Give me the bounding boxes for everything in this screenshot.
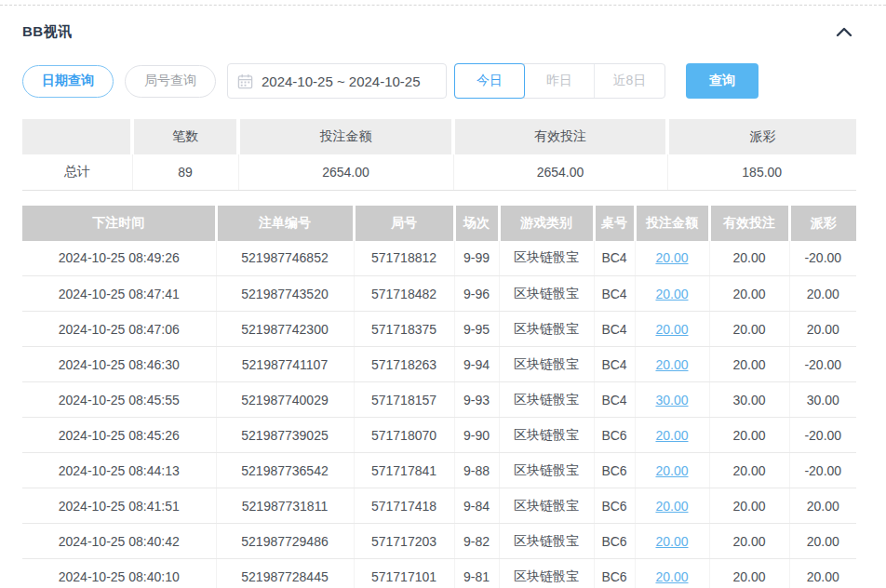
cell-game-type: 区块链骰宝 bbox=[499, 488, 594, 524]
col-header-payout: 派彩 bbox=[667, 119, 856, 154]
cell-game-type: 区块链骰宝 bbox=[499, 382, 594, 418]
quick-range-yesterday[interactable]: 昨日 bbox=[525, 64, 595, 98]
bet-amount-link[interactable]: 20.00 bbox=[655, 250, 688, 265]
cell-valid-bet: 20.00 bbox=[709, 241, 789, 276]
cell-table-number: BC6 bbox=[594, 418, 635, 453]
cell-payout: 185.00 bbox=[667, 154, 856, 190]
table-row: 2024-10-25 08:49:26521987746852571718812… bbox=[22, 241, 856, 276]
cell-bet-amount: 20.00 bbox=[635, 453, 709, 488]
cell-bet-time: 2024-10-25 08:44:13 bbox=[22, 453, 216, 488]
cell-round-number: 571718812 bbox=[354, 241, 454, 276]
cell-row-label: 总计 bbox=[22, 154, 132, 190]
cell-bet-time: 2024-10-25 08:41:51 bbox=[22, 488, 216, 524]
cell-round-number: 571717841 bbox=[354, 453, 454, 488]
cell-valid-bet: 20.00 bbox=[709, 418, 789, 453]
cell-table-number: BC6 bbox=[594, 559, 635, 588]
cell-round-number: 571718157 bbox=[354, 382, 454, 418]
cell-table-number: BC4 bbox=[594, 276, 635, 312]
date-query-tab[interactable]: 日期查询 bbox=[22, 65, 114, 98]
cell-order-number: 521987742300 bbox=[216, 312, 354, 347]
cell-order-number: 521987736542 bbox=[216, 453, 354, 488]
cell-bet-time: 2024-10-25 08:46:30 bbox=[22, 347, 216, 382]
table-row: 2024-10-25 08:44:13521987736542571717841… bbox=[22, 453, 856, 488]
cell-round-number: 571718482 bbox=[354, 276, 454, 312]
cell-game-type: 区块链骰宝 bbox=[499, 312, 594, 347]
cell-valid-bet: 20.00 bbox=[709, 559, 789, 588]
filter-bar: 日期查询 局号查询 2024-10-25 ~ 2024-10-25 今日 昨日 bbox=[22, 63, 856, 99]
col-header-count: 笔数 bbox=[132, 119, 238, 154]
cell-order-number: 521987743520 bbox=[216, 276, 354, 312]
table-row: 2024-10-25 08:47:41521987743520571718482… bbox=[22, 276, 856, 312]
cell-order-number: 521987731811 bbox=[216, 488, 354, 524]
cell-order-number: 521987740029 bbox=[216, 382, 354, 418]
cell-bet-amount: 30.00 bbox=[635, 382, 709, 418]
quick-range-yesterday-label: 昨日 bbox=[546, 73, 572, 89]
cell-payout: 20.00 bbox=[789, 488, 856, 524]
col-header-payout: 派彩 bbox=[789, 206, 856, 241]
cell-bet-amount: 20.00 bbox=[635, 241, 709, 276]
bet-amount-link[interactable]: 20.00 bbox=[655, 287, 688, 301]
cell-session: 9-96 bbox=[454, 276, 499, 312]
bet-amount-link[interactable]: 20.00 bbox=[655, 534, 688, 549]
search-button[interactable]: 查询 bbox=[686, 63, 758, 99]
col-header-valid-bet: 有效投注 bbox=[453, 119, 667, 154]
cell-valid-bet: 20.00 bbox=[709, 524, 789, 559]
bet-amount-link[interactable]: 20.00 bbox=[655, 428, 688, 443]
cell-session: 9-84 bbox=[454, 488, 499, 524]
cell-payout: 20.00 bbox=[789, 524, 856, 559]
cell-order-number: 521987729486 bbox=[216, 524, 354, 559]
bet-amount-link[interactable]: 30.00 bbox=[655, 393, 688, 408]
cell-game-type: 区块链骰宝 bbox=[499, 453, 594, 488]
cell-table-number: BC6 bbox=[594, 488, 635, 524]
detail-header-row: 下注时间注单编号局号场次游戏类别桌号投注金额有效投注派彩 bbox=[22, 206, 856, 241]
summary-header-row: 笔数投注金额有效投注派彩 bbox=[22, 119, 856, 154]
cell-order-number: 521987739025 bbox=[216, 418, 354, 453]
cell-bet-amount: 2654.00 bbox=[238, 154, 453, 190]
bet-amount-link[interactable]: 20.00 bbox=[655, 499, 688, 514]
cell-game-type: 区块链骰宝 bbox=[499, 418, 594, 453]
cell-valid-bet: 20.00 bbox=[709, 488, 789, 524]
cell-session: 9-81 bbox=[454, 559, 499, 588]
cell-game-type: 区块链骰宝 bbox=[499, 559, 594, 588]
summary-table: 笔数投注金额有效投注派彩 总计892654.002654.00185.00 bbox=[22, 119, 856, 191]
bet-amount-link[interactable]: 20.00 bbox=[655, 463, 688, 478]
cell-bet-time: 2024-10-25 08:47:41 bbox=[22, 276, 216, 312]
cell-session: 9-90 bbox=[454, 418, 499, 453]
bet-amount-link[interactable]: 20.00 bbox=[655, 322, 688, 337]
cell-table-number: BC4 bbox=[594, 241, 635, 276]
bet-amount-link[interactable]: 20.00 bbox=[655, 569, 688, 584]
cell-table-number: BC4 bbox=[594, 347, 635, 382]
round-query-tab[interactable]: 局号查询 bbox=[125, 65, 216, 98]
cell-valid-bet: 20.00 bbox=[709, 276, 789, 312]
bet-amount-link[interactable]: 20.00 bbox=[655, 357, 688, 372]
cell-payout: 20.00 bbox=[789, 559, 856, 588]
col-header-table-number: 桌号 bbox=[594, 206, 635, 241]
cell-valid-bet: 20.00 bbox=[709, 312, 789, 347]
chevron-up-icon bbox=[836, 26, 852, 37]
cell-order-number: 521987741107 bbox=[216, 347, 354, 382]
table-row: 2024-10-25 08:46:30521987741107571718263… bbox=[22, 347, 856, 382]
cell-payout: -20.00 bbox=[789, 418, 856, 453]
col-header-game-type: 游戏类别 bbox=[499, 206, 594, 241]
date-range-input[interactable]: 2024-10-25 ~ 2024-10-25 bbox=[227, 63, 447, 99]
cell-session: 9-99 bbox=[454, 241, 499, 276]
cell-order-number: 521987728445 bbox=[216, 559, 354, 588]
cell-table-number: BC6 bbox=[594, 524, 635, 559]
calendar-icon bbox=[237, 74, 253, 89]
cell-valid-bet: 2654.00 bbox=[453, 154, 667, 190]
cell-session: 9-82 bbox=[454, 524, 499, 559]
col-header-session: 场次 bbox=[454, 206, 499, 241]
quick-range-today[interactable]: 今日 bbox=[455, 64, 525, 98]
quick-range-last8days[interactable]: 近8日 bbox=[595, 64, 664, 98]
cell-bet-time: 2024-10-25 08:45:55 bbox=[22, 382, 216, 418]
cell-payout: 20.00 bbox=[789, 276, 856, 312]
col-header-order-number: 注单编号 bbox=[216, 206, 354, 241]
cell-session: 9-94 bbox=[454, 347, 499, 382]
bet-records-table: 下注时间注单编号局号场次游戏类别桌号投注金额有效投注派彩 2024-10-25 … bbox=[22, 206, 856, 588]
cell-session: 9-93 bbox=[454, 382, 499, 418]
cell-bet-time: 2024-10-25 08:47:06 bbox=[22, 312, 216, 347]
dashed-divider bbox=[0, 5, 886, 6]
collapse-section-button[interactable] bbox=[832, 22, 856, 41]
cell-bet-amount: 20.00 bbox=[635, 559, 709, 588]
cell-round-number: 571718070 bbox=[354, 418, 454, 453]
